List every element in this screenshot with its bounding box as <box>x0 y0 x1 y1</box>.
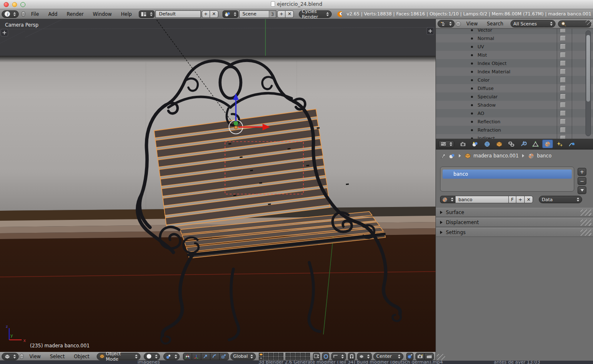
menu-item[interactable]: File <box>26 11 43 17</box>
pass-checkbox[interactable] <box>560 127 565 132</box>
screen-layout-name-field[interactable]: Default <box>155 10 200 18</box>
menu-item[interactable]: Render <box>62 11 88 17</box>
pass-checkbox[interactable] <box>560 86 565 91</box>
manipulator-toggle-button[interactable] <box>183 353 192 360</box>
menu-item[interactable]: Add <box>44 11 62 17</box>
add-layout-button[interactable]: + <box>202 10 210 18</box>
outliner-scrollbar[interactable] <box>585 30 591 136</box>
tab-world[interactable] <box>482 140 493 148</box>
new-material-button[interactable]: + <box>516 196 525 203</box>
editor-type-selector-properties[interactable] <box>438 140 454 148</box>
collapse-menus-icon[interactable]: − <box>455 21 461 27</box>
snap-element-dropdown[interactable] <box>357 353 372 360</box>
collapsed-panel-header[interactable]: Settings <box>436 228 593 237</box>
tab-physics[interactable] <box>566 140 577 148</box>
menu-item[interactable]: Object <box>69 354 94 359</box>
material-slot-selected[interactable]: banco <box>443 170 572 179</box>
translate-manipulator-button[interactable] <box>192 353 201 360</box>
tab-object-data[interactable] <box>530 140 541 148</box>
toolshelf-expand-button[interactable] <box>1 29 8 36</box>
pass-checkbox[interactable] <box>560 77 565 82</box>
tab-object[interactable] <box>494 140 505 148</box>
falloff-dropdown[interactable] <box>331 353 346 360</box>
rotate-arc-button[interactable] <box>210 353 220 360</box>
tab-material[interactable] <box>542 140 553 148</box>
tab-modifiers[interactable] <box>518 140 529 148</box>
editor-type-selector-outliner[interactable] <box>438 20 455 27</box>
scene-icon-button[interactable] <box>223 10 238 18</box>
outliner-item[interactable]: Shadow <box>436 101 593 109</box>
pass-checkbox[interactable] <box>560 36 565 41</box>
render-opengl-button[interactable] <box>406 353 413 360</box>
outliner-item[interactable]: Indirect <box>436 134 593 139</box>
menu-item[interactable]: Select <box>45 354 69 359</box>
material-name-field[interactable]: banco <box>455 196 509 203</box>
collapsed-panel-header[interactable]: Displacement <box>436 218 593 227</box>
add-scene-button[interactable]: + <box>277 10 285 18</box>
outliner-item[interactable]: Mist <box>436 51 593 59</box>
pass-checkbox[interactable] <box>560 102 565 107</box>
3d-viewport[interactable]: Camera Persp x y z (235) madera banco.00… <box>0 19 435 352</box>
rotate-manipulator-button[interactable] <box>201 353 210 360</box>
panel-drag-widget[interactable] <box>580 209 591 216</box>
snap-toggle-button[interactable] <box>348 353 355 360</box>
tab-render[interactable] <box>458 140 468 148</box>
tab-scene[interactable] <box>470 140 480 148</box>
mode-dropdown[interactable]: Object Mode <box>97 353 140 360</box>
outliner-item[interactable]: Index Object <box>436 59 593 67</box>
delete-layout-button[interactable]: ✕ <box>210 10 218 18</box>
pass-checkbox[interactable] <box>560 111 565 116</box>
outliner-item[interactable]: Refraction <box>436 126 593 134</box>
outliner-item[interactable]: Color <box>436 76 593 84</box>
panel-drag-widget[interactable] <box>580 219 591 226</box>
corner-widget[interactable] <box>437 354 445 360</box>
pivot-point-dropdown[interactable] <box>163 353 180 360</box>
add-slot-button[interactable]: + <box>578 168 586 176</box>
outliner-item[interactable]: Normal <box>436 34 593 42</box>
outliner-item[interactable]: Reflection <box>436 117 593 126</box>
corner-widget[interactable] <box>585 20 592 25</box>
render-engine-dropdown[interactable]: Cycles Render <box>299 10 332 18</box>
render-still-button[interactable] <box>415 353 425 360</box>
transform-orientation-dropdown[interactable]: Global <box>230 353 256 360</box>
outliner-item[interactable]: Specular <box>436 92 593 101</box>
outliner-item[interactable]: Diffuse <box>436 84 593 92</box>
render-animation-button[interactable] <box>425 353 434 360</box>
pass-checkbox[interactable] <box>560 52 565 57</box>
viewport-canvas[interactable]: Camera Persp x y z (235) madera banco.00… <box>0 19 435 352</box>
menu-item[interactable]: Window <box>88 11 116 17</box>
layers-widget[interactable] <box>259 353 310 360</box>
pass-checkbox[interactable] <box>560 119 565 124</box>
browse-material-button[interactable] <box>440 196 455 203</box>
lock-to-scene-button[interactable] <box>313 353 320 360</box>
pass-checkbox[interactable] <box>560 29 565 32</box>
editor-type-selector-info[interactable]: i <box>2 10 19 18</box>
manipulator-y-handle[interactable] <box>234 121 238 126</box>
outliner-scope-dropdown[interactable]: All Scenes <box>510 20 555 27</box>
outliner-item[interactable]: Index Material <box>436 67 593 76</box>
pass-checkbox[interactable] <box>560 69 565 74</box>
scale-manipulator-button[interactable] <box>220 353 229 360</box>
screen-layout-icon-button[interactable] <box>139 10 155 18</box>
pass-checkbox[interactable] <box>560 136 565 139</box>
slot-specials-button[interactable] <box>578 186 586 194</box>
scrollbar-thumb[interactable] <box>586 35 590 102</box>
editor-type-selector-view3d[interactable] <box>2 353 19 360</box>
outliner-item[interactable]: UV <box>436 42 593 51</box>
breadcrumb-material-name[interactable]: banco <box>537 153 551 159</box>
snap-target-dropdown[interactable]: Center <box>373 353 403 360</box>
remove-slot-button[interactable]: − <box>578 177 586 185</box>
outliner-item[interactable]: AO <box>436 109 593 117</box>
scene-name-field[interactable]: Scene3 <box>239 10 276 18</box>
material-source-dropdown[interactable]: Data <box>539 196 582 203</box>
menu-item[interactable]: View <box>462 21 482 27</box>
viewport-shading-dropdown[interactable] <box>144 353 160 360</box>
pin-icon[interactable] <box>440 153 446 159</box>
material-slot-list[interactable]: banco <box>440 167 574 192</box>
breadcrumb-object-name[interactable]: madera banco.001 <box>473 153 518 159</box>
panel-drag-widget[interactable] <box>580 229 591 236</box>
menu-item[interactable]: Help <box>116 11 136 17</box>
menu-item[interactable]: View <box>25 354 45 359</box>
menu-item[interactable]: Search <box>482 21 508 27</box>
sidebar-expand-button[interactable] <box>427 27 434 35</box>
